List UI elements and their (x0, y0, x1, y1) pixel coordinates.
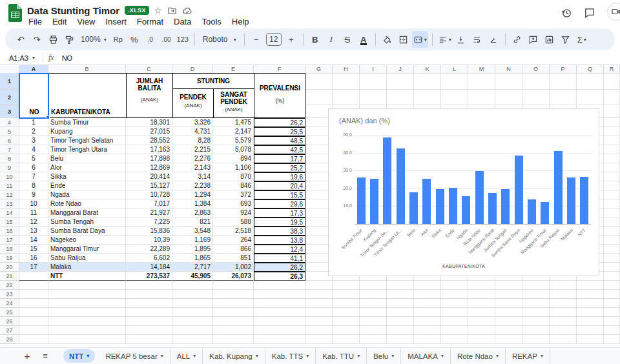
cell-O25[interactable] (522, 308, 550, 317)
cell-Q23[interactable] (577, 290, 604, 299)
cell-F15[interactable]: 19,5 (254, 217, 305, 227)
cell-C26[interactable] (126, 317, 172, 326)
cell-G25[interactable] (305, 308, 333, 317)
row-header-24[interactable]: 24 (0, 299, 19, 308)
cell-C20[interactable]: 14,184 (126, 263, 172, 272)
cell-A19[interactable]: 16 (19, 254, 48, 263)
cell-N1[interactable] (495, 73, 522, 90)
cell-A27[interactable] (19, 326, 48, 335)
cell-F4[interactable]: 26,2 (254, 118, 305, 127)
row-header-7[interactable]: 7 (0, 145, 19, 154)
cell-J28[interactable] (387, 335, 414, 344)
row-header-11[interactable]: 11 (0, 181, 19, 190)
cell-R10[interactable] (604, 172, 620, 181)
cell-G23[interactable] (305, 290, 333, 299)
cell-R6[interactable] (604, 136, 620, 145)
cell-A5[interactable]: 2 (19, 127, 48, 136)
cell-R17[interactable] (604, 236, 620, 245)
cell-H25[interactable] (333, 308, 360, 317)
comments-icon[interactable] (584, 7, 595, 19)
cell-J1[interactable] (387, 73, 414, 90)
cell-I25[interactable] (360, 308, 387, 317)
cell-E15[interactable]: 588 (213, 217, 254, 227)
cell-I27[interactable] (360, 326, 387, 335)
star-icon[interactable]: ☆ (154, 5, 163, 15)
cell-R4[interactable] (604, 118, 620, 127)
cell-E16[interactable]: 2,518 (213, 227, 254, 236)
cell-A20[interactable]: 17 (19, 263, 48, 272)
cell-H28[interactable] (333, 335, 360, 344)
cell-E18[interactable]: 866 (213, 245, 254, 254)
cell-A8[interactable]: 5 (19, 154, 48, 163)
cell-L24[interactable] (441, 299, 468, 308)
cell-D23[interactable] (172, 290, 213, 299)
row-header-13[interactable]: 13 (0, 199, 19, 208)
cell-P28[interactable] (550, 335, 577, 344)
cell-C11[interactable]: 15,127 (126, 181, 172, 190)
cell-P26[interactable] (550, 317, 577, 326)
row-header-10[interactable]: 10 (0, 172, 19, 181)
cell-F19[interactable]: 41,1 (254, 254, 305, 263)
cell-I24[interactable] (360, 299, 387, 308)
cell-R19[interactable] (604, 254, 620, 263)
zoom-select[interactable]: 100%▾ (78, 31, 110, 48)
row-header-4[interactable]: 4 (0, 118, 19, 127)
functions-button[interactable]: Σ▾ (574, 31, 590, 48)
cell-J2[interactable] (387, 90, 414, 105)
cell-F24[interactable] (254, 299, 305, 308)
cell-D15[interactable]: 821 (172, 217, 213, 227)
menu-edit[interactable]: Edit (47, 16, 72, 28)
format-currency-button[interactable]: Rp (110, 31, 126, 48)
cell-F14[interactable]: 17,3 (254, 208, 305, 217)
cell-P2[interactable] (550, 90, 577, 105)
cell-R13[interactable] (604, 199, 620, 208)
version-history-icon[interactable] (561, 7, 572, 19)
cell-F13[interactable]: 29,6 (254, 199, 305, 208)
text-rotation-button[interactable] (486, 31, 501, 48)
paint-format-button[interactable] (61, 31, 77, 48)
cell-R5[interactable] (604, 127, 620, 136)
cell-C9[interactable]: 12,869 (126, 163, 172, 172)
cell-Q28[interactable] (577, 335, 604, 344)
cell-G27[interactable] (305, 326, 333, 335)
cell-R18[interactable] (604, 245, 620, 254)
cell-E8[interactable]: 894 (213, 154, 254, 163)
cell-N25[interactable] (495, 308, 522, 317)
row-header-2[interactable]: 2 (0, 90, 19, 105)
meet-call-icon[interactable] (607, 3, 620, 21)
cell-B1-kabupaten[interactable]: KABUPATEN/KOTA (49, 74, 127, 117)
cell-A28[interactable] (19, 335, 48, 344)
cell-E23[interactable] (213, 290, 254, 299)
cell-F10[interactable]: 19,6 (254, 172, 305, 181)
cell-M1[interactable] (468, 73, 495, 90)
cell-P1[interactable] (550, 73, 577, 90)
cell-J26[interactable] (387, 317, 414, 326)
cell-K1[interactable] (414, 73, 441, 90)
cell-D8[interactable]: 2,276 (172, 154, 213, 163)
cell-P23[interactable] (550, 290, 577, 299)
all-sheets-button[interactable]: ≡ (37, 349, 53, 364)
cell-D14[interactable]: 2,863 (172, 208, 213, 217)
cell-P25[interactable] (550, 308, 577, 317)
redo-button[interactable]: ↷ (29, 31, 45, 48)
cell-A4[interactable]: 1 (19, 118, 48, 127)
row-header-27[interactable]: 27 (0, 326, 19, 335)
cell-D22[interactable] (172, 281, 213, 290)
cell-J27[interactable] (387, 326, 414, 335)
cell-F5[interactable]: 25,5 (254, 127, 305, 136)
cell-A18[interactable]: 15 (19, 245, 48, 254)
cell-E26[interactable] (213, 317, 254, 326)
cell-K25[interactable] (414, 308, 441, 317)
cell-E6[interactable]: 5,579 (213, 136, 254, 145)
menu-file[interactable]: File (23, 16, 47, 28)
cell-R23[interactable] (604, 290, 620, 299)
row-header-22[interactable]: 22 (0, 281, 19, 290)
menu-insert[interactable]: Insert (100, 16, 132, 28)
row-header-28[interactable]: 28 (0, 335, 19, 344)
cell-A13[interactable]: 10 (19, 199, 48, 208)
cell-A22[interactable] (19, 281, 48, 290)
cell-D9[interactable]: 2,143 (172, 163, 213, 172)
cell-C17[interactable]: 10,39 (126, 236, 172, 245)
cell-F20[interactable]: 26,2 (254, 263, 305, 272)
insert-comment-button[interactable] (526, 31, 541, 48)
